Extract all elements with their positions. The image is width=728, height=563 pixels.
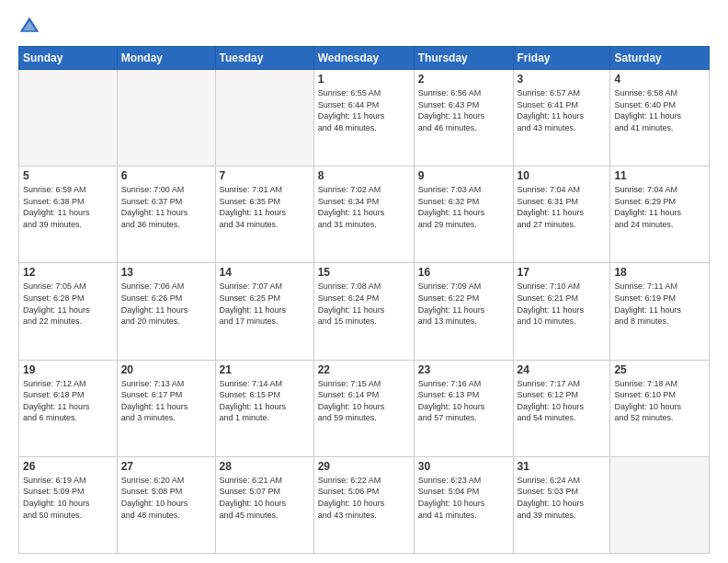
calendar-cell: 30Sunrise: 6:23 AM Sunset: 5:04 PM Dayli…	[414, 456, 513, 553]
day-number: 23	[418, 363, 509, 376]
calendar-cell: 22Sunrise: 7:15 AM Sunset: 6:14 PM Dayli…	[313, 360, 414, 456]
day-number: 27	[121, 460, 211, 473]
calendar-cell: 5Sunrise: 6:59 AM Sunset: 6:38 PM Daylig…	[19, 167, 118, 263]
calendar-cell: 15Sunrise: 7:08 AM Sunset: 6:24 PM Dayli…	[313, 263, 414, 360]
day-info: Sunrise: 6:20 AM Sunset: 5:08 PM Dayligh…	[121, 475, 211, 521]
day-number: 5	[23, 169, 113, 182]
day-info: Sunrise: 7:17 AM Sunset: 6:12 PM Dayligh…	[518, 378, 607, 424]
calendar-cell: 23Sunrise: 7:16 AM Sunset: 6:13 PM Dayli…	[414, 360, 513, 456]
day-info: Sunrise: 6:58 AM Sunset: 6:40 PM Dayligh…	[614, 87, 705, 133]
calendar-cell: 10Sunrise: 7:04 AM Sunset: 6:31 PM Dayli…	[513, 167, 610, 263]
day-info: Sunrise: 7:04 AM Sunset: 6:29 PM Dayligh…	[614, 184, 705, 230]
day-number: 26	[23, 460, 113, 473]
calendar-cell: 2Sunrise: 6:56 AM Sunset: 6:43 PM Daylig…	[414, 70, 513, 167]
calendar-cell	[19, 70, 118, 167]
calendar-week-row: 12Sunrise: 7:05 AM Sunset: 6:28 PM Dayli…	[19, 263, 710, 360]
calendar-cell: 11Sunrise: 7:04 AM Sunset: 6:29 PM Dayli…	[610, 167, 710, 263]
day-number: 7	[220, 169, 310, 182]
day-number: 13	[121, 266, 211, 279]
day-number: 14	[220, 266, 310, 279]
day-number: 2	[418, 73, 509, 86]
day-number: 31	[518, 460, 607, 473]
calendar-cell: 14Sunrise: 7:07 AM Sunset: 6:25 PM Dayli…	[215, 263, 313, 360]
day-number: 21	[220, 363, 310, 376]
calendar-cell: 21Sunrise: 7:14 AM Sunset: 6:15 PM Dayli…	[215, 360, 313, 456]
day-info: Sunrise: 7:16 AM Sunset: 6:13 PM Dayligh…	[418, 378, 509, 424]
day-info: Sunrise: 6:56 AM Sunset: 6:43 PM Dayligh…	[418, 87, 509, 133]
calendar-header-row: SundayMondayTuesdayWednesdayThursdayFrid…	[19, 47, 710, 70]
day-info: Sunrise: 6:55 AM Sunset: 6:44 PM Dayligh…	[318, 87, 410, 133]
day-info: Sunrise: 6:19 AM Sunset: 5:09 PM Dayligh…	[23, 475, 113, 521]
day-info: Sunrise: 7:03 AM Sunset: 6:32 PM Dayligh…	[418, 184, 509, 230]
day-info: Sunrise: 7:00 AM Sunset: 6:37 PM Dayligh…	[121, 184, 211, 230]
day-info: Sunrise: 7:14 AM Sunset: 6:15 PM Dayligh…	[220, 378, 310, 424]
day-info: Sunrise: 7:08 AM Sunset: 6:24 PM Dayligh…	[318, 281, 410, 327]
calendar-cell: 27Sunrise: 6:20 AM Sunset: 5:08 PM Dayli…	[117, 456, 215, 553]
calendar-weekday: Tuesday	[215, 47, 313, 70]
page: SundayMondayTuesdayWednesdayThursdayFrid…	[0, 0, 728, 563]
calendar-cell: 6Sunrise: 7:00 AM Sunset: 6:37 PM Daylig…	[117, 167, 215, 263]
calendar-weekday: Saturday	[610, 47, 710, 70]
header	[18, 15, 710, 37]
calendar-week-row: 19Sunrise: 7:12 AM Sunset: 6:18 PM Dayli…	[19, 360, 710, 456]
calendar-weekday: Wednesday	[313, 47, 414, 70]
calendar-cell: 28Sunrise: 6:21 AM Sunset: 5:07 PM Dayli…	[215, 456, 313, 553]
day-info: Sunrise: 6:22 AM Sunset: 5:06 PM Dayligh…	[318, 475, 410, 521]
day-number: 25	[614, 363, 705, 376]
day-info: Sunrise: 7:05 AM Sunset: 6:28 PM Dayligh…	[23, 281, 113, 327]
day-number: 29	[318, 460, 410, 473]
calendar-weekday: Friday	[513, 47, 610, 70]
day-number: 30	[418, 460, 509, 473]
day-info: Sunrise: 7:15 AM Sunset: 6:14 PM Dayligh…	[318, 378, 410, 424]
day-number: 8	[318, 169, 410, 182]
calendar-weekday: Thursday	[414, 47, 513, 70]
calendar-week-row: 26Sunrise: 6:19 AM Sunset: 5:09 PM Dayli…	[19, 456, 710, 553]
day-number: 11	[614, 169, 705, 182]
calendar-cell: 26Sunrise: 6:19 AM Sunset: 5:09 PM Dayli…	[19, 456, 118, 553]
calendar-cell: 7Sunrise: 7:01 AM Sunset: 6:35 PM Daylig…	[215, 167, 313, 263]
logo-icon	[18, 15, 40, 37]
day-info: Sunrise: 6:59 AM Sunset: 6:38 PM Dayligh…	[23, 184, 113, 230]
day-number: 20	[121, 363, 211, 376]
day-number: 9	[418, 169, 509, 182]
day-number: 6	[121, 169, 211, 182]
day-info: Sunrise: 7:18 AM Sunset: 6:10 PM Dayligh…	[614, 378, 705, 424]
calendar-cell: 31Sunrise: 6:24 AM Sunset: 5:03 PM Dayli…	[513, 456, 610, 553]
calendar-cell	[117, 70, 215, 167]
calendar-weekday: Sunday	[19, 47, 118, 70]
day-number: 1	[318, 73, 410, 86]
day-number: 10	[518, 169, 607, 182]
day-number: 15	[318, 266, 410, 279]
calendar-cell: 16Sunrise: 7:09 AM Sunset: 6:22 PM Dayli…	[414, 263, 513, 360]
logo	[18, 15, 44, 37]
day-number: 18	[614, 266, 705, 279]
calendar-cell: 8Sunrise: 7:02 AM Sunset: 6:34 PM Daylig…	[313, 167, 414, 263]
day-number: 17	[518, 266, 607, 279]
day-info: Sunrise: 7:09 AM Sunset: 6:22 PM Dayligh…	[418, 281, 509, 327]
day-number: 12	[23, 266, 113, 279]
day-info: Sunrise: 6:57 AM Sunset: 6:41 PM Dayligh…	[518, 87, 607, 133]
day-info: Sunrise: 7:02 AM Sunset: 6:34 PM Dayligh…	[318, 184, 410, 230]
calendar-cell: 17Sunrise: 7:10 AM Sunset: 6:21 PM Dayli…	[513, 263, 610, 360]
calendar-week-row: 5Sunrise: 6:59 AM Sunset: 6:38 PM Daylig…	[19, 167, 710, 263]
calendar-cell: 13Sunrise: 7:06 AM Sunset: 6:26 PM Dayli…	[117, 263, 215, 360]
calendar-cell: 29Sunrise: 6:22 AM Sunset: 5:06 PM Dayli…	[313, 456, 414, 553]
calendar-weekday: Monday	[117, 47, 215, 70]
calendar-table: SundayMondayTuesdayWednesdayThursdayFrid…	[18, 46, 710, 554]
day-number: 24	[518, 363, 607, 376]
calendar-week-row: 1Sunrise: 6:55 AM Sunset: 6:44 PM Daylig…	[19, 70, 710, 167]
calendar-cell: 1Sunrise: 6:55 AM Sunset: 6:44 PM Daylig…	[313, 70, 414, 167]
day-number: 3	[518, 73, 607, 86]
day-info: Sunrise: 7:06 AM Sunset: 6:26 PM Dayligh…	[121, 281, 211, 327]
day-info: Sunrise: 7:10 AM Sunset: 6:21 PM Dayligh…	[518, 281, 607, 327]
day-info: Sunrise: 7:01 AM Sunset: 6:35 PM Dayligh…	[220, 184, 310, 230]
calendar-cell: 19Sunrise: 7:12 AM Sunset: 6:18 PM Dayli…	[19, 360, 118, 456]
calendar-cell	[610, 456, 710, 553]
day-number: 22	[318, 363, 410, 376]
calendar-cell	[215, 70, 313, 167]
day-number: 16	[418, 266, 509, 279]
calendar-cell: 18Sunrise: 7:11 AM Sunset: 6:19 PM Dayli…	[610, 263, 710, 360]
calendar-cell: 20Sunrise: 7:13 AM Sunset: 6:17 PM Dayli…	[117, 360, 215, 456]
calendar-cell: 25Sunrise: 7:18 AM Sunset: 6:10 PM Dayli…	[610, 360, 710, 456]
calendar-cell: 3Sunrise: 6:57 AM Sunset: 6:41 PM Daylig…	[513, 70, 610, 167]
